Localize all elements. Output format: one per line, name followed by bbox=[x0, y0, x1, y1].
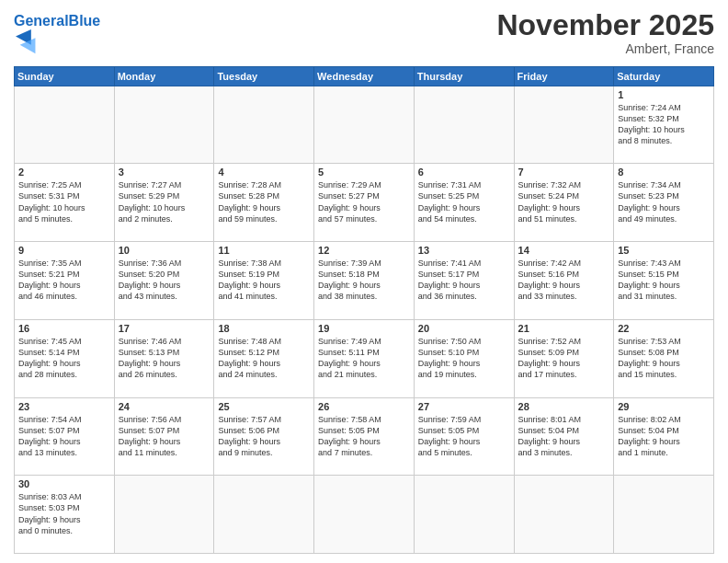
day-number: 18 bbox=[218, 323, 310, 334]
day-info: Sunrise: 7:46 AMSunset: 5:13 PMDaylight:… bbox=[119, 336, 210, 381]
day-info: Sunrise: 7:49 AMSunset: 5:11 PMDaylight:… bbox=[318, 336, 410, 381]
day-cell: 12Sunrise: 7:39 AMSunset: 5:18 PMDayligh… bbox=[314, 242, 415, 320]
day-info: Sunrise: 7:53 AMSunset: 5:08 PMDaylight:… bbox=[618, 336, 710, 381]
day-number: 19 bbox=[318, 323, 410, 334]
day-cell: 28Sunrise: 8:01 AMSunset: 5:04 PMDayligh… bbox=[514, 397, 614, 476]
week-row-4: 23Sunrise: 7:54 AMSunset: 5:07 PMDayligh… bbox=[15, 397, 714, 476]
day-cell: 13Sunrise: 7:41 AMSunset: 5:17 PMDayligh… bbox=[414, 242, 514, 320]
day-number: 17 bbox=[119, 323, 210, 334]
day-info: Sunrise: 7:45 AMSunset: 5:14 PMDaylight:… bbox=[18, 336, 110, 381]
day-cell: 16Sunrise: 7:45 AMSunset: 5:14 PMDayligh… bbox=[15, 319, 115, 397]
day-info: Sunrise: 7:28 AMSunset: 5:28 PMDaylight:… bbox=[218, 179, 310, 224]
day-cell: 26Sunrise: 7:58 AMSunset: 5:05 PMDayligh… bbox=[314, 397, 415, 476]
day-info: Sunrise: 7:52 AMSunset: 5:09 PMDaylight:… bbox=[518, 336, 610, 381]
logo-text: GeneralBlue bbox=[14, 13, 100, 29]
day-number: 16 bbox=[18, 323, 110, 334]
day-number: 10 bbox=[119, 245, 210, 256]
day-cell: 5Sunrise: 7:29 AMSunset: 5:27 PMDaylight… bbox=[314, 164, 415, 242]
day-info: Sunrise: 7:38 AMSunset: 5:19 PMDaylight:… bbox=[218, 258, 310, 303]
page: GeneralBlue November 2025 Ambert, France… bbox=[0, 0, 728, 563]
day-info: Sunrise: 7:50 AMSunset: 5:10 PMDaylight:… bbox=[418, 336, 510, 381]
day-cell bbox=[214, 86, 314, 164]
day-number: 23 bbox=[18, 401, 110, 412]
day-header-thursday: Thursday bbox=[414, 66, 514, 86]
day-info: Sunrise: 7:43 AMSunset: 5:15 PMDaylight:… bbox=[618, 258, 710, 303]
day-cell: 27Sunrise: 7:59 AMSunset: 5:05 PMDayligh… bbox=[414, 397, 514, 476]
day-cell: 2Sunrise: 7:25 AMSunset: 5:31 PMDaylight… bbox=[15, 164, 115, 242]
day-cell: 18Sunrise: 7:48 AMSunset: 5:12 PMDayligh… bbox=[214, 319, 314, 397]
day-number: 6 bbox=[418, 167, 510, 178]
day-cell: 22Sunrise: 7:53 AMSunset: 5:08 PMDayligh… bbox=[614, 319, 714, 397]
day-cell: 19Sunrise: 7:49 AMSunset: 5:11 PMDayligh… bbox=[314, 319, 415, 397]
calendar-header-row: SundayMondayTuesdayWednesdayThursdayFrid… bbox=[15, 66, 714, 86]
week-row-1: 2Sunrise: 7:25 AMSunset: 5:31 PMDaylight… bbox=[15, 164, 714, 242]
day-cell bbox=[514, 86, 614, 164]
day-info: Sunrise: 8:01 AMSunset: 5:04 PMDaylight:… bbox=[518, 414, 610, 459]
day-number: 3 bbox=[119, 167, 210, 178]
day-info: Sunrise: 7:35 AMSunset: 5:21 PMDaylight:… bbox=[18, 258, 110, 303]
day-info: Sunrise: 7:48 AMSunset: 5:12 PMDaylight:… bbox=[218, 336, 310, 381]
day-cell bbox=[214, 476, 314, 554]
day-cell: 8Sunrise: 7:34 AMSunset: 5:23 PMDaylight… bbox=[614, 164, 714, 242]
day-number: 26 bbox=[318, 401, 410, 412]
logo: GeneralBlue bbox=[14, 13, 100, 59]
day-number: 1 bbox=[618, 89, 710, 100]
day-cell: 15Sunrise: 7:43 AMSunset: 5:15 PMDayligh… bbox=[614, 242, 714, 320]
day-cell bbox=[314, 86, 415, 164]
day-cell: 14Sunrise: 7:42 AMSunset: 5:16 PMDayligh… bbox=[514, 242, 614, 320]
day-info: Sunrise: 7:59 AMSunset: 5:05 PMDaylight:… bbox=[418, 414, 510, 459]
day-number: 22 bbox=[618, 323, 710, 334]
day-number: 15 bbox=[618, 245, 710, 256]
day-number: 24 bbox=[119, 401, 210, 412]
title-block: November 2025 Ambert, France bbox=[496, 9, 714, 56]
day-cell: 3Sunrise: 7:27 AMSunset: 5:29 PMDaylight… bbox=[114, 164, 214, 242]
day-info: Sunrise: 7:27 AMSunset: 5:29 PMDaylight:… bbox=[119, 179, 210, 224]
day-number: 4 bbox=[218, 167, 310, 178]
day-info: Sunrise: 7:24 AMSunset: 5:32 PMDaylight:… bbox=[618, 102, 710, 147]
day-info: Sunrise: 7:29 AMSunset: 5:27 PMDaylight:… bbox=[318, 179, 410, 224]
day-info: Sunrise: 7:56 AMSunset: 5:07 PMDaylight:… bbox=[119, 414, 210, 459]
day-cell: 23Sunrise: 7:54 AMSunset: 5:07 PMDayligh… bbox=[15, 397, 115, 476]
header: GeneralBlue November 2025 Ambert, France bbox=[14, 9, 714, 59]
week-row-3: 16Sunrise: 7:45 AMSunset: 5:14 PMDayligh… bbox=[15, 319, 714, 397]
day-number: 28 bbox=[518, 401, 610, 412]
logo-blue: Blue bbox=[69, 13, 101, 29]
week-row-5: 30Sunrise: 8:03 AMSunset: 5:03 PMDayligh… bbox=[15, 476, 714, 554]
day-cell bbox=[614, 476, 714, 554]
day-info: Sunrise: 7:31 AMSunset: 5:25 PMDaylight:… bbox=[418, 179, 510, 224]
day-cell bbox=[114, 86, 214, 164]
day-header-friday: Friday bbox=[514, 66, 614, 86]
day-info: Sunrise: 7:36 AMSunset: 5:20 PMDaylight:… bbox=[119, 258, 210, 303]
day-number: 8 bbox=[618, 167, 710, 178]
day-header-tuesday: Tuesday bbox=[214, 66, 314, 86]
day-number: 12 bbox=[318, 245, 410, 256]
day-header-saturday: Saturday bbox=[614, 66, 714, 86]
day-cell: 1Sunrise: 7:24 AMSunset: 5:32 PMDaylight… bbox=[614, 86, 714, 164]
day-header-wednesday: Wednesday bbox=[314, 66, 415, 86]
location: Ambert, France bbox=[496, 41, 714, 56]
day-cell: 4Sunrise: 7:28 AMSunset: 5:28 PMDaylight… bbox=[214, 164, 314, 242]
day-cell bbox=[314, 476, 415, 554]
day-cell bbox=[414, 476, 514, 554]
day-cell: 20Sunrise: 7:50 AMSunset: 5:10 PMDayligh… bbox=[414, 319, 514, 397]
day-cell: 24Sunrise: 7:56 AMSunset: 5:07 PMDayligh… bbox=[114, 397, 214, 476]
calendar-table: SundayMondayTuesdayWednesdayThursdayFrid… bbox=[14, 66, 714, 554]
day-info: Sunrise: 8:03 AMSunset: 5:03 PMDaylight:… bbox=[18, 491, 110, 536]
day-number: 25 bbox=[218, 401, 310, 412]
day-number: 14 bbox=[518, 245, 610, 256]
day-cell: 10Sunrise: 7:36 AMSunset: 5:20 PMDayligh… bbox=[114, 242, 214, 320]
day-number: 21 bbox=[518, 323, 610, 334]
day-cell bbox=[15, 86, 115, 164]
logo-general: General bbox=[14, 13, 69, 29]
day-cell: 6Sunrise: 7:31 AMSunset: 5:25 PMDaylight… bbox=[414, 164, 514, 242]
day-number: 11 bbox=[218, 245, 310, 256]
day-cell: 21Sunrise: 7:52 AMSunset: 5:09 PMDayligh… bbox=[514, 319, 614, 397]
day-number: 29 bbox=[618, 401, 710, 412]
week-row-2: 9Sunrise: 7:35 AMSunset: 5:21 PMDaylight… bbox=[15, 242, 714, 320]
day-info: Sunrise: 7:34 AMSunset: 5:23 PMDaylight:… bbox=[618, 179, 710, 224]
day-number: 5 bbox=[318, 167, 410, 178]
day-number: 2 bbox=[18, 167, 110, 178]
day-number: 20 bbox=[418, 323, 510, 334]
day-number: 7 bbox=[518, 167, 610, 178]
day-cell bbox=[514, 476, 614, 554]
